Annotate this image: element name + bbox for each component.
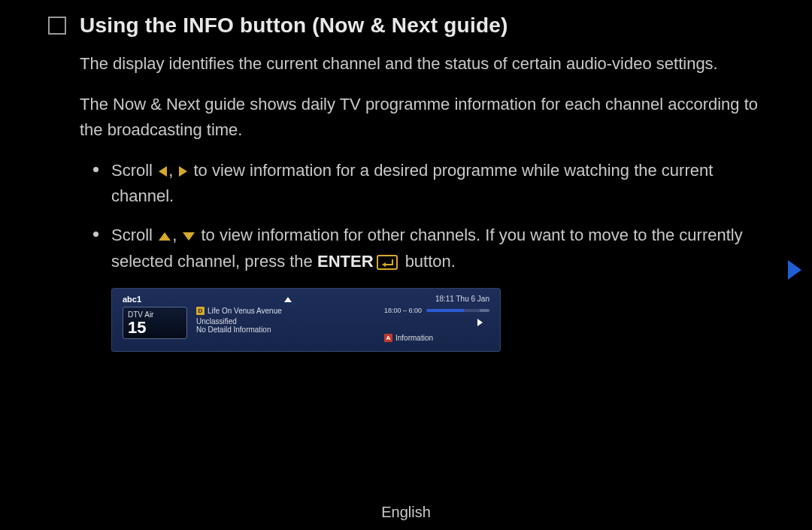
intro-paragraph-2: The Now & Next guide shows daily TV prog… bbox=[80, 92, 764, 143]
osd-channel-name: abc1 bbox=[123, 295, 141, 304]
enter-label: ENTER bbox=[317, 252, 374, 271]
comma: , bbox=[172, 226, 181, 244]
bullet-scroll-horizontal: Scroll , to view information for a desir… bbox=[111, 158, 764, 209]
osd-clock: 18:11 Thu 6 Jan bbox=[435, 295, 489, 303]
osd-info-label: Information bbox=[395, 334, 433, 342]
bullet-text: button. bbox=[401, 252, 456, 271]
next-page-button[interactable] bbox=[788, 260, 801, 280]
bullet-text: Scroll bbox=[111, 226, 157, 244]
osd-detail: No Detaild Information bbox=[196, 326, 375, 334]
osd-channel-box: DTV Air 15 bbox=[123, 307, 187, 339]
bullet-scroll-vertical: Scroll , to view information for other c… bbox=[111, 223, 764, 274]
osd-source-label: DTV Air bbox=[128, 310, 182, 319]
osd-programme-title: Life On Venus Avenue bbox=[208, 307, 282, 315]
bullet-text: Scroll bbox=[111, 161, 157, 180]
bullet-text: to view information for a desired progra… bbox=[111, 161, 713, 205]
osd-progress-bar bbox=[426, 309, 489, 312]
footer-language: English bbox=[0, 504, 812, 521]
comma: , bbox=[168, 161, 177, 180]
info-osd-panel: abc1 18:11 Thu 6 Jan DTV Air 15 D Life O… bbox=[111, 288, 501, 352]
left-arrow-icon bbox=[159, 166, 167, 177]
intro-paragraph-1: The display identifies the current chann… bbox=[80, 51, 764, 77]
osd-programme-block: D Life On Venus Avenue Unclassified No D… bbox=[196, 307, 375, 334]
osd-right-arrow-icon bbox=[477, 319, 483, 326]
down-arrow-icon bbox=[183, 232, 195, 241]
manual-section-icon bbox=[48, 17, 66, 35]
osd-red-button-icon: A bbox=[384, 334, 392, 342]
enter-icon bbox=[377, 255, 398, 270]
osd-digital-badge-icon: D bbox=[196, 307, 205, 315]
osd-channel-number: 15 bbox=[128, 319, 182, 337]
up-arrow-icon bbox=[159, 232, 171, 241]
page-title: Using the INFO button (Now & Next guide) bbox=[80, 14, 508, 38]
osd-time-range: 18:00 – 6:00 bbox=[384, 307, 422, 314]
right-arrow-icon bbox=[179, 166, 187, 177]
osd-rating: Unclassified bbox=[196, 317, 375, 326]
osd-up-arrow-icon bbox=[284, 297, 292, 302]
